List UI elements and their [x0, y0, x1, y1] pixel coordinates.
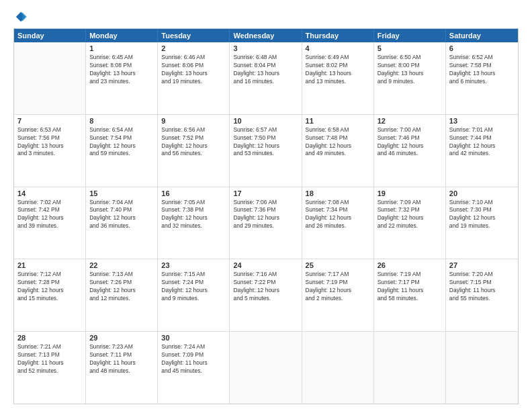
day-cell-2: 2Sunrise: 6:46 AM Sunset: 8:06 PM Daylig…	[158, 42, 230, 114]
day-info: Sunrise: 7:08 AM Sunset: 7:34 PM Dayligh…	[306, 199, 370, 231]
day-number: 24	[233, 261, 298, 269]
day-cell-11: 11Sunrise: 6:58 AM Sunset: 7:48 PM Dayli…	[302, 115, 374, 187]
day-number: 17	[233, 189, 298, 197]
day-number: 18	[306, 189, 370, 197]
day-number: 15	[89, 189, 154, 197]
day-cell-22: 22Sunrise: 7:13 AM Sunset: 7:26 PM Dayli…	[86, 259, 158, 331]
day-number: 10	[233, 117, 298, 125]
day-cell-16: 16Sunrise: 7:05 AM Sunset: 7:38 PM Dayli…	[158, 187, 230, 259]
header-day-saturday: Saturday	[446, 29, 518, 42]
header-day-sunday: Sunday	[14, 29, 86, 42]
day-cell-10: 10Sunrise: 6:57 AM Sunset: 7:50 PM Dayli…	[230, 115, 302, 187]
day-info: Sunrise: 6:52 AM Sunset: 7:58 PM Dayligh…	[449, 54, 515, 86]
day-number: 3	[233, 44, 298, 52]
day-info: Sunrise: 6:50 AM Sunset: 8:00 PM Dayligh…	[378, 54, 442, 86]
empty-cell	[446, 332, 518, 404]
day-info: Sunrise: 7:09 AM Sunset: 7:32 PM Dayligh…	[378, 199, 442, 231]
day-info: Sunrise: 7:10 AM Sunset: 7:30 PM Dayligh…	[449, 199, 515, 231]
day-cell-6: 6Sunrise: 6:52 AM Sunset: 7:58 PM Daylig…	[446, 42, 518, 114]
day-info: Sunrise: 7:23 AM Sunset: 7:11 PM Dayligh…	[89, 343, 154, 375]
day-number: 5	[378, 44, 442, 52]
page: SundayMondayTuesdayWednesdayThursdayFrid…	[0, 0, 532, 411]
day-cell-13: 13Sunrise: 7:01 AM Sunset: 7:44 PM Dayli…	[446, 115, 518, 187]
day-number: 30	[161, 334, 226, 342]
day-info: Sunrise: 6:48 AM Sunset: 8:04 PM Dayligh…	[233, 54, 298, 86]
day-info: Sunrise: 6:53 AM Sunset: 7:56 PM Dayligh…	[17, 126, 82, 158]
day-info: Sunrise: 7:16 AM Sunset: 7:22 PM Dayligh…	[233, 271, 298, 303]
day-number: 28	[17, 334, 82, 342]
day-number: 25	[306, 261, 370, 269]
day-number: 19	[378, 189, 442, 197]
day-number: 9	[161, 117, 226, 125]
day-number: 7	[17, 117, 82, 125]
day-number: 8	[89, 117, 154, 125]
day-cell-23: 23Sunrise: 7:15 AM Sunset: 7:24 PM Dayli…	[158, 259, 230, 331]
day-number: 14	[17, 189, 82, 197]
header	[13, 11, 519, 23]
day-info: Sunrise: 7:06 AM Sunset: 7:36 PM Dayligh…	[233, 199, 298, 231]
day-cell-29: 29Sunrise: 7:23 AM Sunset: 7:11 PM Dayli…	[86, 332, 158, 404]
logo	[13, 11, 27, 23]
day-number: 23	[161, 261, 226, 269]
day-info: Sunrise: 6:58 AM Sunset: 7:48 PM Dayligh…	[306, 126, 370, 158]
day-number: 13	[449, 117, 515, 125]
day-cell-20: 20Sunrise: 7:10 AM Sunset: 7:30 PM Dayli…	[446, 187, 518, 259]
day-cell-3: 3Sunrise: 6:48 AM Sunset: 8:04 PM Daylig…	[230, 42, 302, 114]
day-info: Sunrise: 7:20 AM Sunset: 7:15 PM Dayligh…	[449, 271, 515, 303]
day-info: Sunrise: 6:49 AM Sunset: 8:02 PM Dayligh…	[306, 54, 370, 86]
day-cell-8: 8Sunrise: 6:54 AM Sunset: 7:54 PM Daylig…	[86, 115, 158, 187]
day-number: 2	[161, 44, 226, 52]
day-number: 4	[306, 44, 370, 52]
day-cell-9: 9Sunrise: 6:56 AM Sunset: 7:52 PM Daylig…	[158, 115, 230, 187]
calendar-row-2: 14Sunrise: 7:02 AM Sunset: 7:42 PM Dayli…	[14, 187, 518, 260]
day-number: 12	[378, 117, 442, 125]
logo-icon	[15, 11, 27, 23]
calendar-row-0: 1Sunrise: 6:45 AM Sunset: 8:08 PM Daylig…	[14, 42, 518, 115]
day-cell-14: 14Sunrise: 7:02 AM Sunset: 7:42 PM Dayli…	[14, 187, 86, 259]
header-day-monday: Monday	[86, 29, 158, 42]
empty-cell	[302, 332, 374, 404]
day-cell-19: 19Sunrise: 7:09 AM Sunset: 7:32 PM Dayli…	[374, 187, 446, 259]
day-info: Sunrise: 7:04 AM Sunset: 7:40 PM Dayligh…	[89, 199, 154, 231]
day-number: 21	[17, 261, 82, 269]
day-cell-7: 7Sunrise: 6:53 AM Sunset: 7:56 PM Daylig…	[14, 115, 86, 187]
day-info: Sunrise: 7:05 AM Sunset: 7:38 PM Dayligh…	[161, 199, 226, 231]
calendar: SundayMondayTuesdayWednesdayThursdayFrid…	[13, 28, 519, 404]
day-info: Sunrise: 7:19 AM Sunset: 7:17 PM Dayligh…	[378, 271, 442, 303]
day-cell-17: 17Sunrise: 7:06 AM Sunset: 7:36 PM Dayli…	[230, 187, 302, 259]
day-cell-27: 27Sunrise: 7:20 AM Sunset: 7:15 PM Dayli…	[446, 259, 518, 331]
day-info: Sunrise: 6:57 AM Sunset: 7:50 PM Dayligh…	[233, 126, 298, 158]
day-info: Sunrise: 6:45 AM Sunset: 8:08 PM Dayligh…	[89, 54, 154, 86]
day-info: Sunrise: 7:12 AM Sunset: 7:28 PM Dayligh…	[17, 271, 82, 303]
empty-cell	[230, 332, 302, 404]
day-cell-30: 30Sunrise: 7:24 AM Sunset: 7:09 PM Dayli…	[158, 332, 230, 404]
calendar-row-3: 21Sunrise: 7:12 AM Sunset: 7:28 PM Dayli…	[14, 259, 518, 332]
day-cell-12: 12Sunrise: 7:00 AM Sunset: 7:46 PM Dayli…	[374, 115, 446, 187]
svg-marker-1	[22, 12, 27, 21]
day-cell-26: 26Sunrise: 7:19 AM Sunset: 7:17 PM Dayli…	[374, 259, 446, 331]
header-day-wednesday: Wednesday	[230, 29, 302, 42]
empty-cell	[14, 42, 86, 114]
day-info: Sunrise: 7:01 AM Sunset: 7:44 PM Dayligh…	[449, 126, 515, 158]
header-day-tuesday: Tuesday	[158, 29, 230, 42]
header-day-friday: Friday	[374, 29, 446, 42]
day-number: 1	[89, 44, 154, 52]
day-info: Sunrise: 7:13 AM Sunset: 7:26 PM Dayligh…	[89, 271, 154, 303]
day-info: Sunrise: 6:46 AM Sunset: 8:06 PM Dayligh…	[161, 54, 226, 86]
day-info: Sunrise: 7:00 AM Sunset: 7:46 PM Dayligh…	[378, 126, 442, 158]
day-info: Sunrise: 7:24 AM Sunset: 7:09 PM Dayligh…	[161, 343, 226, 375]
day-number: 29	[89, 334, 154, 342]
day-cell-25: 25Sunrise: 7:17 AM Sunset: 7:19 PM Dayli…	[302, 259, 374, 331]
day-cell-18: 18Sunrise: 7:08 AM Sunset: 7:34 PM Dayli…	[302, 187, 374, 259]
day-number: 22	[89, 261, 154, 269]
day-cell-4: 4Sunrise: 6:49 AM Sunset: 8:02 PM Daylig…	[302, 42, 374, 114]
day-number: 27	[449, 261, 515, 269]
calendar-body: 1Sunrise: 6:45 AM Sunset: 8:08 PM Daylig…	[14, 42, 518, 404]
day-cell-5: 5Sunrise: 6:50 AM Sunset: 8:00 PM Daylig…	[374, 42, 446, 114]
day-cell-28: 28Sunrise: 7:21 AM Sunset: 7:13 PM Dayli…	[14, 332, 86, 404]
day-number: 26	[378, 261, 442, 269]
day-info: Sunrise: 7:15 AM Sunset: 7:24 PM Dayligh…	[161, 271, 226, 303]
day-cell-15: 15Sunrise: 7:04 AM Sunset: 7:40 PM Dayli…	[86, 187, 158, 259]
day-number: 16	[161, 189, 226, 197]
day-info: Sunrise: 7:02 AM Sunset: 7:42 PM Dayligh…	[17, 199, 82, 231]
